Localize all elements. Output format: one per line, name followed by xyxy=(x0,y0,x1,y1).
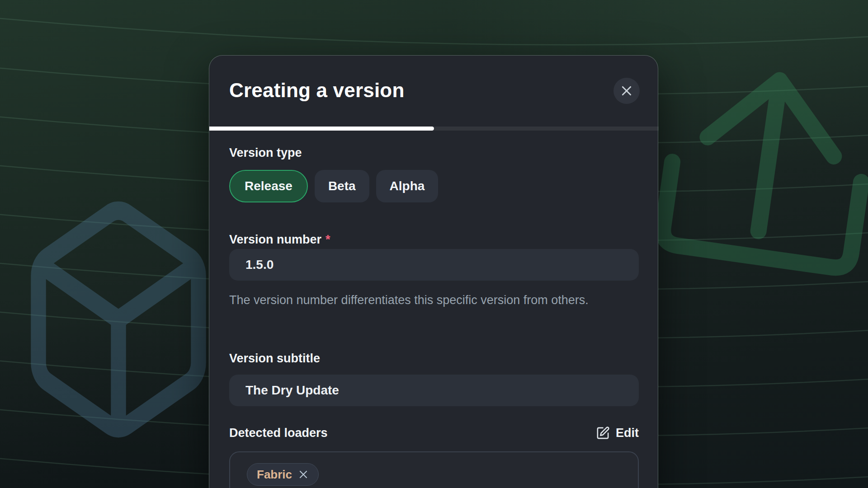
detected-loaders-row: Detected loaders Edit xyxy=(229,426,639,440)
remove-loader-x-icon xyxy=(298,469,309,480)
version-type-alpha-button[interactable]: Alpha xyxy=(376,170,439,202)
version-subtitle-input[interactable] xyxy=(229,375,639,406)
close-button[interactable] xyxy=(613,78,640,104)
version-type-beta-button[interactable]: Beta xyxy=(315,170,369,202)
version-type-options: Release Beta Alpha xyxy=(229,170,438,202)
version-subtitle-label: Version subtitle xyxy=(229,352,320,366)
edit-button-label: Edit xyxy=(616,426,639,440)
page-background: { "colors": { "accent_green_border": "#2… xyxy=(0,0,868,488)
detected-loaders-label: Detected loaders xyxy=(229,426,328,440)
version-number-label-text: Version number xyxy=(229,233,321,246)
version-number-help-text: The version number differentiates this s… xyxy=(229,291,609,310)
version-type-release-button[interactable]: Release xyxy=(229,170,308,202)
remove-loader-button[interactable] xyxy=(298,469,309,480)
modal-title: Creating a version xyxy=(229,79,405,102)
loader-chip-fabric: Fabric xyxy=(247,463,319,486)
upload-arrow-icon xyxy=(640,12,868,294)
progress-bar xyxy=(209,127,659,131)
detected-loaders-box: Fabric xyxy=(229,451,639,488)
box-outline-icon xyxy=(12,189,225,450)
edit-pencil-icon xyxy=(596,426,610,440)
progress-fill xyxy=(209,127,434,131)
required-asterisk: * xyxy=(326,233,330,246)
creating-version-modal: Creating a version Version type Release … xyxy=(209,55,658,488)
version-number-label: Version number* xyxy=(229,233,330,247)
version-number-input[interactable] xyxy=(229,249,639,281)
edit-loaders-button[interactable]: Edit xyxy=(596,426,639,440)
version-type-label: Version type xyxy=(229,146,302,160)
loader-chip-label: Fabric xyxy=(257,468,292,482)
close-icon xyxy=(620,84,633,98)
